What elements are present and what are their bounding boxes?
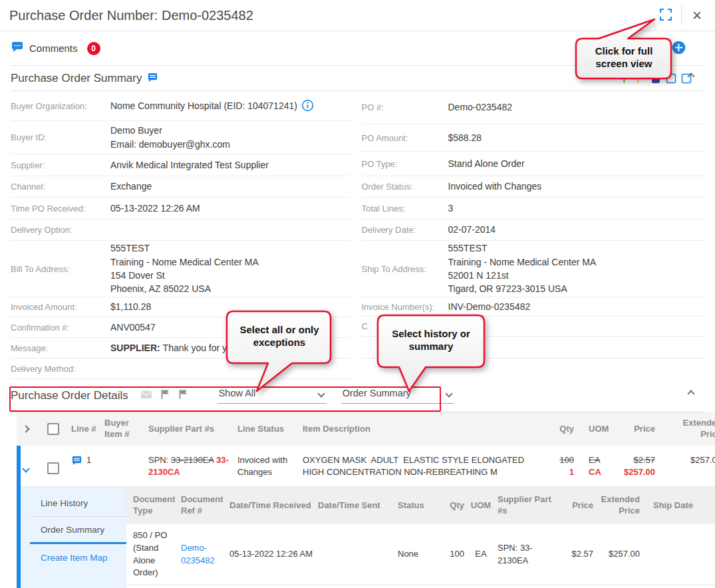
col-line-status: Line Status	[237, 424, 303, 435]
tab-order-summary[interactable]: Order Summary	[30, 517, 126, 544]
chevron-down-icon	[317, 390, 325, 397]
subpanel-tabs: Line History Order Summary Create Item M…	[21, 487, 126, 588]
line-comment-icon[interactable]	[71, 455, 82, 470]
document-type-value: 850 / PO (Stand Alone Order)	[126, 529, 181, 579]
select-all-checkbox[interactable]	[47, 423, 59, 435]
col-supplier-part: Supplier Part #s	[498, 494, 564, 517]
col-received: Date/Time Received	[229, 500, 318, 512]
print-icon	[681, 73, 692, 84]
field-supplier: Supplier: Anvik Medical Integrated Test …	[11, 154, 350, 176]
tab-line-history[interactable]: Line History	[30, 490, 126, 517]
comments-icon	[11, 41, 24, 56]
col-price: Price	[614, 424, 660, 435]
col-item-description: Item Description	[303, 424, 549, 435]
col-document-type: Document Type	[126, 494, 181, 517]
po-summary-header: Purchase Order Summary	[11, 66, 704, 91]
comments-label[interactable]: Comments	[29, 43, 78, 54]
field-confirmation: Confirmation #: ANV00547	[11, 317, 350, 338]
line-items-header-row: Line # Buyer Item # Supplier Part #s Lin…	[17, 412, 715, 446]
status-value: None	[398, 548, 446, 561]
document-ref-link[interactable]: Demo-0235482	[181, 543, 215, 565]
line-status-value: Invoiced with Changes	[237, 446, 303, 478]
buyer-item-value	[104, 446, 148, 454]
modal-header: Purchase Order Number: Demo-0235482 ✕	[0, 0, 715, 31]
field-order-status: Order Status: Invoiced with Changes	[362, 176, 705, 198]
fullscreen-icon	[660, 9, 672, 23]
col-qty: Qty	[446, 500, 470, 512]
col-extended-price: Extended Price	[660, 418, 715, 440]
fullscreen-button[interactable]	[656, 5, 676, 25]
supplier-part-old: 33-2130EA	[171, 455, 214, 465]
field-bill-to-address: Bill To Address: 555TESTTraining - Nome …	[11, 241, 350, 297]
col-uom: UOM	[579, 424, 614, 435]
po-details-title: Purchase Order Details	[11, 389, 128, 402]
summary-note-icon[interactable]	[147, 72, 158, 85]
chevron-up-icon	[687, 390, 694, 397]
green-flag-icon	[623, 73, 632, 84]
extended-price-value: $257.00	[660, 446, 715, 466]
comments-row: Comments 0	[11, 31, 704, 66]
line-items-table: Line # Buyer Item # Supplier Part #s Lin…	[17, 412, 715, 486]
flag-icon[interactable]	[178, 389, 188, 402]
info-icon[interactable]	[301, 99, 314, 112]
field-invoice-numbers: Invoice Number(s): INV-Demo-0235482	[362, 297, 705, 317]
field-total-lines: Total Lines: 3	[362, 198, 705, 220]
col-document-ref: Document Ref #	[181, 494, 229, 517]
field-channel: Channel: Exchange	[11, 176, 350, 198]
order-summary-header-row: Document Type Document Ref # Date/Time R…	[126, 487, 715, 524]
close-button[interactable]: ✕	[687, 5, 707, 25]
qty-value: 100	[446, 548, 470, 561]
summary-action-icons	[623, 73, 692, 84]
chevron-down-icon	[445, 390, 452, 397]
details-collapse-button[interactable]	[682, 388, 700, 403]
po-details-header: Purchase Order Details Show All Order Su…	[11, 379, 704, 412]
col-sent: Date/Time Sent	[318, 500, 398, 512]
line-item-row-1: 1 SPN: 33-2130EA 33-2130CA Invoiced with…	[17, 446, 715, 486]
line-detail-subpanel: Line History Order Summary Create Item M…	[21, 486, 715, 588]
col-qty: Qty	[549, 424, 579, 435]
extended-price-value: $257.00	[599, 548, 645, 561]
field-po-type: PO Type: Stand Alone Order	[362, 152, 705, 176]
order-summary-table: Document Type Document Ref # Date/Time R…	[126, 487, 715, 588]
email-icon[interactable]	[140, 390, 152, 402]
qty-value: 100 1	[549, 446, 579, 478]
po-summary-title: Purchase Order Summary	[11, 72, 142, 85]
price-value: $2.57	[564, 548, 599, 561]
export-icon	[666, 73, 676, 84]
field-ship-to-address: Ship To Address: 555TESTTraining - Nome …	[362, 241, 705, 297]
exceptions-filter-dropdown[interactable]: Show All	[217, 388, 327, 404]
page-title: Purchase Order Number: Demo-0235482	[9, 8, 656, 23]
col-line-number: Line #	[71, 424, 104, 435]
chevron-right-icon	[22, 425, 29, 432]
po-summary-grid: Buyer Organization: Nome Community Hospi…	[11, 91, 704, 379]
expanded-row-accent-bar	[17, 446, 21, 588]
field-po-amount: PO Amount: $588.28	[362, 124, 705, 152]
field-invoiced-amount: Invoiced Amount: $1,110.28	[11, 297, 350, 317]
field-buyer-id: Buyer ID: Demo BuyerEmail: demobuyer@ghx…	[11, 121, 350, 154]
history-summary-dropdown[interactable]: Order Summary	[341, 388, 454, 404]
order-summary-data-row: 850 / PO (Stand Alone Order) Demo-023548…	[126, 524, 715, 585]
document-icon	[650, 73, 661, 84]
field-delivery-method: Delivery Method:	[11, 359, 350, 379]
create-item-map-link[interactable]: Create Item Map	[30, 544, 126, 571]
flag-icon[interactable]	[160, 389, 170, 402]
field-message: Message: SUPPLIER: Thank you for you	[11, 338, 350, 359]
row-checkbox[interactable]	[47, 462, 59, 474]
field-partially-hidden: C	[362, 317, 705, 337]
field-po-number: PO #: Demo-0235482	[362, 91, 705, 124]
col-uom: UOM	[470, 500, 498, 512]
expand-all-button[interactable]	[17, 426, 41, 432]
received-value: 05-13-2022 12:26 AM	[229, 548, 318, 561]
field-delivery-date: Delivery Date: 02-07-2014	[362, 220, 705, 241]
line-number: 1	[86, 454, 91, 466]
col-ship-date: Ship Date	[645, 500, 709, 512]
supplier-part-value: SPN: 33-2130EA	[498, 542, 564, 567]
col-buyer-item: Buyer Item #	[104, 418, 148, 440]
uom-value: EA	[470, 548, 498, 561]
po-detail-modal: Purchase Order Number: Demo-0235482 ✕ Co…	[0, 0, 715, 588]
col-price: Price	[564, 500, 599, 512]
chevron-down-icon	[22, 465, 29, 472]
add-comment-button[interactable]	[672, 41, 686, 57]
yellow-flag-icon	[637, 73, 646, 84]
comments-count-badge: 0	[87, 42, 100, 55]
